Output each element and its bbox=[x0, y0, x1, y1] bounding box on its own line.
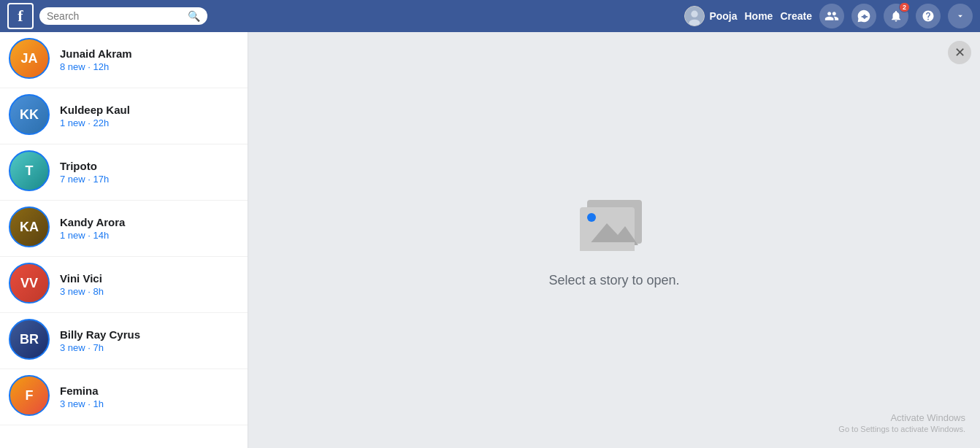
main-layout: JA Junaid Akram 8 new · 12h KK Kuldeep K… bbox=[0, 32, 980, 448]
svg-point-5 bbox=[587, 213, 596, 222]
help-icon-btn[interactable] bbox=[916, 4, 941, 28]
close-button[interactable]: ✕ bbox=[948, 41, 971, 64]
story-meta: 1 new · 22h bbox=[60, 117, 130, 128]
user-profile-nav[interactable]: Pooja bbox=[684, 6, 737, 26]
search-bar-container: 🔍 bbox=[39, 7, 207, 25]
windows-watermark: Activate Windows Go to Settings to activ… bbox=[838, 412, 965, 433]
story-info: Billy Ray Cyrus 3 new · 7h bbox=[60, 328, 140, 353]
story-meta: 3 new · 7h bbox=[60, 342, 140, 353]
empty-state: Select a story to open. bbox=[548, 193, 679, 288]
notification-badge: 2 bbox=[899, 2, 910, 12]
topnav-right: Pooja Home Create 2 bbox=[684, 4, 973, 28]
story-name: Junaid Akram bbox=[60, 47, 132, 60]
avatar-wrapper: T bbox=[9, 150, 53, 194]
story-name: Vini Vici bbox=[60, 272, 104, 285]
search-icon: 🔍 bbox=[188, 10, 200, 22]
story-info: Kuldeep Kaul 1 new · 22h bbox=[60, 104, 130, 128]
avatar-wrapper: JA bbox=[9, 38, 53, 82]
story-info: Kandy Arora 1 new · 14h bbox=[60, 216, 125, 241]
svg-rect-8 bbox=[580, 247, 635, 251]
search-input[interactable] bbox=[47, 10, 183, 22]
list-item[interactable]: VV Vini Vici 3 new · 8h bbox=[0, 257, 248, 313]
home-link[interactable]: Home bbox=[745, 10, 773, 22]
list-item[interactable]: F Femina 3 new · 1h bbox=[0, 369, 248, 425]
avatar-wrapper: VV bbox=[9, 263, 53, 306]
svg-point-1 bbox=[692, 11, 698, 18]
svg-point-2 bbox=[689, 20, 700, 26]
story-name: Femina bbox=[60, 385, 104, 397]
avatar-wrapper: KA bbox=[9, 206, 53, 250]
story-viewer-main: ✕ Select a story to open. Activate Windo… bbox=[248, 32, 980, 448]
story-meta: 1 new · 14h bbox=[60, 230, 125, 241]
story-meta: 3 new · 1h bbox=[60, 398, 104, 409]
avatar: F bbox=[9, 375, 50, 416]
list-item[interactable]: KK Kuldeep Kaul 1 new · 22h bbox=[0, 88, 248, 144]
image-placeholder-icon bbox=[574, 193, 654, 258]
avatar: T bbox=[9, 150, 50, 191]
avatar: VV bbox=[9, 263, 50, 304]
user-name-label: Pooja bbox=[709, 10, 737, 22]
dropdown-icon-btn[interactable] bbox=[948, 4, 973, 28]
story-name: Tripoto bbox=[60, 160, 109, 172]
facebook-logo[interactable]: f bbox=[7, 3, 34, 29]
avatar: BR bbox=[9, 319, 50, 360]
messenger-icon-btn[interactable] bbox=[851, 4, 876, 28]
avatar-wrapper: BR bbox=[9, 319, 53, 363]
friends-icon-btn[interactable] bbox=[819, 4, 844, 28]
avatar bbox=[684, 6, 705, 26]
story-name: Billy Ray Cyrus bbox=[60, 328, 140, 341]
create-link[interactable]: Create bbox=[780, 10, 812, 22]
story-info: Vini Vici 3 new · 8h bbox=[60, 272, 104, 297]
story-name: Kuldeep Kaul bbox=[60, 104, 130, 116]
windows-activate-title: Activate Windows bbox=[838, 412, 965, 423]
story-meta: 8 new · 12h bbox=[60, 61, 132, 72]
select-story-text: Select a story to open. bbox=[548, 273, 679, 288]
stories-sidebar[interactable]: JA Junaid Akram 8 new · 12h KK Kuldeep K… bbox=[0, 32, 248, 448]
windows-activate-sub: Go to Settings to activate Windows. bbox=[838, 425, 965, 433]
avatar-wrapper: KK bbox=[9, 94, 53, 138]
topnav: f 🔍 Pooja Home Create 2 bbox=[0, 0, 980, 32]
avatar: KK bbox=[9, 94, 50, 135]
list-item[interactable]: JA Junaid Akram 8 new · 12h bbox=[0, 32, 248, 88]
notifications-icon-btn[interactable]: 2 bbox=[884, 4, 908, 28]
story-info: Femina 3 new · 1h bbox=[60, 385, 104, 409]
avatar: KA bbox=[9, 206, 50, 247]
story-info: Junaid Akram 8 new · 12h bbox=[60, 47, 132, 72]
avatar-wrapper: F bbox=[9, 375, 53, 419]
topnav-left: f 🔍 bbox=[7, 3, 207, 29]
avatar: JA bbox=[9, 38, 50, 79]
list-item[interactable]: KA Kandy Arora 1 new · 14h bbox=[0, 201, 248, 257]
list-item[interactable]: BR Billy Ray Cyrus 3 new · 7h bbox=[0, 313, 248, 369]
story-info: Tripoto 7 new · 17h bbox=[60, 160, 109, 185]
story-name: Kandy Arora bbox=[60, 216, 125, 228]
story-meta: 3 new · 8h bbox=[60, 286, 104, 297]
story-meta: 7 new · 17h bbox=[60, 174, 109, 185]
list-item[interactable]: T Tripoto 7 new · 17h bbox=[0, 144, 248, 201]
